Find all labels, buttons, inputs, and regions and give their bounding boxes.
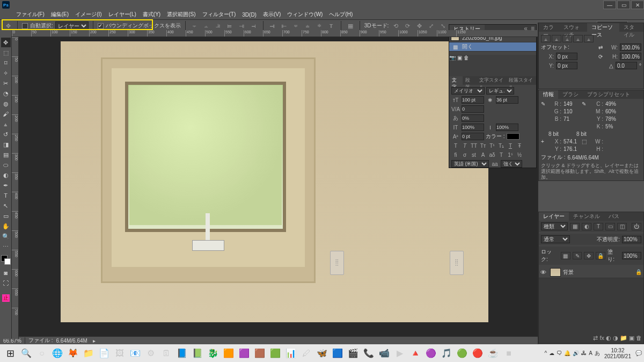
magic-wand-tool-icon[interactable]: ✧ xyxy=(1,68,11,78)
quickmask-icon[interactable]: ◙ xyxy=(1,268,11,278)
styles-tab[interactable]: スタイル xyxy=(619,23,643,32)
font-style-dropdown[interactable]: レギュ... xyxy=(486,87,514,95)
new-group-icon[interactable]: 📁 xyxy=(620,335,627,342)
taskbar-app-icon[interactable]: ☕ xyxy=(486,346,501,361)
tray-ime-a-icon[interactable]: A xyxy=(589,350,592,356)
swatch-tab[interactable]: スウォッチ xyxy=(559,23,587,32)
italic-icon[interactable]: T xyxy=(460,142,469,149)
language-dropdown[interactable]: 英語 (米国) xyxy=(451,160,489,168)
align-right-icon[interactable]: ⫤ xyxy=(249,21,259,31)
lock-move-icon[interactable]: ✥ xyxy=(584,252,594,259)
blur-tool-icon[interactable]: ⬭ xyxy=(1,160,11,170)
taskbar-app-icon[interactable]: 🎵 xyxy=(439,346,454,361)
layer-row[interactable]: 👁 背景 🔒 xyxy=(539,266,643,278)
tray-cloud-icon[interactable]: ☁ xyxy=(549,350,554,356)
marquee-tool-icon[interactable]: ⬚ xyxy=(1,48,11,57)
zoom-tool-icon[interactable]: 🔍 xyxy=(1,231,11,241)
filter-smart-icon[interactable]: ◫ xyxy=(617,223,627,230)
parastyle-tab[interactable]: 段落スタイル xyxy=(506,76,536,85)
menu-help[interactable]: ヘルプ(H) xyxy=(326,11,356,18)
vscale-field[interactable] xyxy=(462,124,484,131)
taskbar-app-icon[interactable]: 🟣 xyxy=(423,346,438,361)
layer-name[interactable]: 背景 xyxy=(563,269,574,276)
menu-3d[interactable]: 3D(D) xyxy=(239,12,260,18)
filter-pixel-icon[interactable]: ▦ xyxy=(570,223,580,230)
type-tool-icon[interactable]: T xyxy=(1,191,11,200)
menu-filter[interactable]: フィルター(T) xyxy=(199,11,239,18)
distribute-right-icon[interactable]: ⫪ xyxy=(327,21,336,31)
x-field[interactable] xyxy=(556,53,577,60)
maximize-button[interactable]: ▭ xyxy=(617,1,630,9)
opentype-T-icon[interactable]: T xyxy=(497,151,506,158)
background-swatch[interactable] xyxy=(4,258,11,265)
history-brush-tool-icon[interactable]: ↺ xyxy=(1,129,11,139)
bbox-checkbox[interactable]: ✔ xyxy=(98,23,104,29)
tray-chat-icon[interactable]: 🗨 xyxy=(557,350,562,356)
taskbar-outlook-icon[interactable]: 📧 xyxy=(128,346,143,361)
taskbar-cortana-icon[interactable]: ○ xyxy=(34,346,49,361)
filter-toggle-icon[interactable]: ⏻ xyxy=(632,223,641,230)
taskbar-illustrator-icon[interactable]: 🟫 xyxy=(252,346,267,361)
distribute-left-icon[interactable]: ⫨ xyxy=(303,21,313,31)
bold-icon[interactable]: T xyxy=(451,142,460,149)
opentype-ad-icon[interactable]: aδ xyxy=(488,151,496,158)
tray-notif-icon[interactable]: 🔔 xyxy=(564,350,570,356)
hscale-field[interactable] xyxy=(496,124,518,131)
fill-field[interactable] xyxy=(622,252,641,259)
angle-field[interactable] xyxy=(616,62,637,69)
distribute-vcenter-icon[interactable]: ⫦ xyxy=(280,21,289,31)
doc-info-chevron-icon[interactable]: ▸ xyxy=(93,338,96,344)
tray-volume-icon[interactable]: 🔊 xyxy=(573,350,579,356)
action-center-icon[interactable]: 💬 xyxy=(635,350,642,356)
screenmode-icon[interactable]: ⛶ xyxy=(1,278,11,288)
dodge-tool-icon[interactable]: ◐ xyxy=(1,170,11,180)
taskbar-search-icon[interactable]: 🔍 xyxy=(19,346,34,361)
color-tab[interactable]: カラー xyxy=(539,23,559,32)
w-field[interactable] xyxy=(620,44,641,51)
tsume-field[interactable] xyxy=(462,114,484,122)
copysource-tab[interactable]: コピーソース xyxy=(587,23,619,32)
font-family-dropdown[interactable]: メイリオ xyxy=(451,87,485,95)
brush-tool-icon[interactable]: 🖌 xyxy=(1,109,11,119)
taskbar-dreamweaver-icon[interactable]: 🐉 xyxy=(206,346,221,361)
gradient-tool-icon[interactable]: ▤ xyxy=(1,150,11,160)
taskbar-app-icon[interactable]: 🖊 xyxy=(299,346,314,361)
menu-window[interactable]: ウィンドウ(W) xyxy=(284,11,326,18)
taskbar-app-icon[interactable]: 📗 xyxy=(190,346,205,361)
taskbar-notepad-icon[interactable]: 📄 xyxy=(97,346,112,361)
menu-layer[interactable]: レイヤー(L) xyxy=(105,11,140,18)
move-tool-icon[interactable]: ✥ xyxy=(1,38,11,47)
path-select-tool-icon[interactable]: ↖ xyxy=(1,201,11,211)
opentype-frac-icon[interactable]: ½ xyxy=(515,151,524,158)
menu-select[interactable]: 選択範囲(S) xyxy=(164,11,199,18)
taskbar-app-icon[interactable]: 📘 xyxy=(174,346,189,361)
layer-fx-icon[interactable]: fx xyxy=(599,335,604,342)
stamp-tool-icon[interactable]: ⟁ xyxy=(1,119,11,129)
opentype-icon[interactable]: σ xyxy=(460,151,469,158)
text-color-swatch[interactable] xyxy=(507,133,519,140)
trash-icon[interactable]: 🗑 xyxy=(636,335,642,342)
tray-ime-kana-icon[interactable]: あ xyxy=(595,350,600,357)
crop-tool-icon[interactable]: ✂ xyxy=(1,78,11,88)
clone-src-1-icon[interactable]: ⟁ xyxy=(541,35,551,42)
font-size-field[interactable] xyxy=(462,96,484,104)
link-layers-icon[interactable]: ⇄ xyxy=(593,335,598,342)
close-button[interactable]: ✕ xyxy=(631,1,644,9)
subscript-icon[interactable]: T₁ xyxy=(497,142,506,149)
paragraph-tab[interactable]: 段落 xyxy=(463,76,476,85)
opentype-st-icon[interactable]: st xyxy=(470,151,478,158)
clone-src-2-icon[interactable]: ⟁ xyxy=(552,35,561,42)
distribute-hcenter-icon[interactable]: ⫩ xyxy=(315,21,325,31)
taskbar-app-icon[interactable]: 🟢 xyxy=(455,346,470,361)
history-step[interactable]: ▦ 開く xyxy=(449,42,536,52)
clock[interactable]: 10:32 2021/08/21 xyxy=(602,347,633,359)
edit-toolbar-icon[interactable]: ⋯ xyxy=(1,242,11,251)
3d-pan-icon[interactable]: ✥ xyxy=(414,21,424,31)
allcaps-icon[interactable]: TT xyxy=(470,142,478,149)
history-panel-group[interactable]: ヒストリー « ≡ 22026580_m.jpg ▦ 開く 📷 ▣ 🗑 文字 段… xyxy=(449,24,537,168)
document-image[interactable] xyxy=(61,41,488,322)
taskbar-app-icon[interactable]: 🟧 xyxy=(221,346,236,361)
filter-shape-icon[interactable]: ▭ xyxy=(605,223,615,230)
color-swatches[interactable] xyxy=(1,255,11,268)
clone-src-3-icon[interactable]: ⟁ xyxy=(562,35,572,42)
